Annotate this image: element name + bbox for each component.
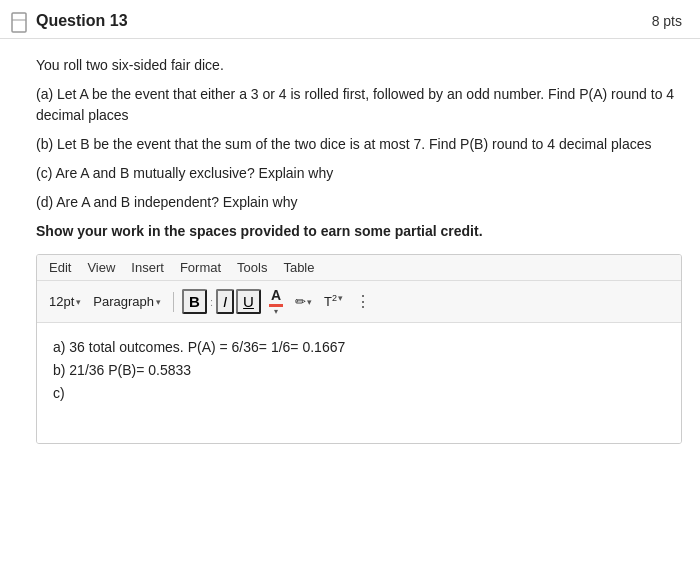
font-size-chevron-icon: ▾ <box>76 297 81 307</box>
t2-label: T2 <box>324 293 337 309</box>
menu-view[interactable]: View <box>87 260 115 275</box>
answer-line-b: b) 21/36 P(B)= 0.5833 <box>53 360 665 381</box>
question-content: You roll two six-sided fair dice. (a) Le… <box>0 39 700 456</box>
editor-body[interactable]: a) 36 total outcomes. P(A) = 6/36= 1/6= … <box>37 323 681 443</box>
question-header: Question 13 8 pts <box>0 0 700 39</box>
question-part-b: (b) Let B be the event that the sum of t… <box>36 134 682 155</box>
editor-toolbar: 12pt ▾ Paragraph ▾ B : I <box>37 281 681 323</box>
text-color-chevron-icon: ▾ <box>274 307 278 316</box>
superscript-button[interactable]: T2 ▾ <box>320 291 347 311</box>
menu-tools[interactable]: Tools <box>237 260 267 275</box>
pts-badge: 8 pts <box>652 13 682 29</box>
paragraph-style-value: Paragraph <box>93 294 154 309</box>
font-size-value: 12pt <box>49 294 74 309</box>
menu-format[interactable]: Format <box>180 260 221 275</box>
underline-button[interactable]: U <box>236 289 261 314</box>
highlight-button[interactable]: ✏ ▾ <box>291 292 316 311</box>
question-title: Question 13 <box>36 12 128 30</box>
format-separator: : <box>209 296 214 308</box>
toolbar-more-button[interactable]: ⋮ <box>351 290 375 313</box>
highlight-icon: ✏ <box>295 294 306 309</box>
answer-line-c: c) <box>53 383 665 404</box>
paragraph-style-selector[interactable]: Paragraph ▾ <box>89 292 165 311</box>
menu-edit[interactable]: Edit <box>49 260 71 275</box>
paragraph-chevron-icon: ▾ <box>156 297 161 307</box>
page: Question 13 8 pts You roll two six-sided… <box>0 0 700 571</box>
bold-button[interactable]: B <box>182 289 207 314</box>
text-color-button[interactable]: A ▾ <box>265 285 287 318</box>
t2-chevron-icon: ▾ <box>338 293 343 303</box>
text-color-label: A <box>271 287 281 303</box>
highlight-chevron-icon: ▾ <box>307 297 312 307</box>
question-part-a: (a) Let A be the event that either a 3 o… <box>36 84 682 126</box>
menu-insert[interactable]: Insert <box>131 260 164 275</box>
svg-rect-0 <box>12 13 26 32</box>
toolbar-divider-1 <box>173 292 174 312</box>
menu-table[interactable]: Table <box>283 260 314 275</box>
question-part-d: (d) Are A and B independent? Explain why <box>36 192 682 213</box>
toolbar-format-group: B : I U <box>182 289 261 314</box>
bookmark-icon <box>10 12 28 34</box>
text-editor: Edit View Insert Format Tools Table 12pt… <box>36 254 682 444</box>
font-size-selector[interactable]: 12pt ▾ <box>45 292 85 311</box>
question-instruction: Show your work in the spaces provided to… <box>36 221 682 242</box>
editor-menubar: Edit View Insert Format Tools Table <box>37 255 681 281</box>
question-part-c: (c) Are A and B mutually exclusive? Expl… <box>36 163 682 184</box>
question-intro: You roll two six-sided fair dice. <box>36 55 682 76</box>
italic-button[interactable]: I <box>216 289 234 314</box>
answer-line-a: a) 36 total outcomes. P(A) = 6/36= 1/6= … <box>53 337 665 358</box>
